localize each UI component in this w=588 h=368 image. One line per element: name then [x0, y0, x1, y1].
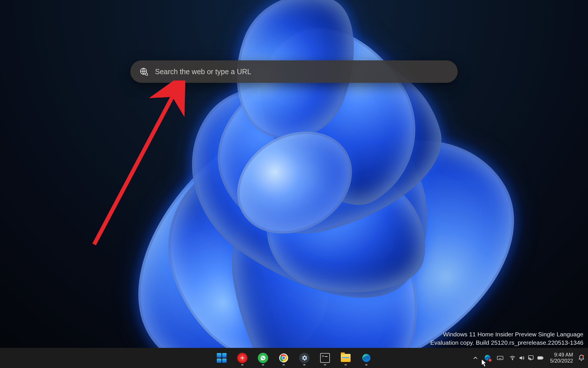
keyboard-icon	[497, 354, 504, 361]
taskbar: 9:49 AM 5/20/2022	[0, 348, 588, 368]
clock-date: 5/20/2022	[550, 358, 573, 364]
search-globe-icon	[140, 67, 148, 76]
network-sound-battery-group[interactable]	[506, 350, 547, 366]
edge-icon	[361, 353, 371, 363]
svg-line-2	[147, 75, 148, 76]
whatsapp-icon	[258, 353, 268, 363]
notifications-button[interactable]	[577, 350, 586, 366]
taskbar-clock[interactable]: 9:49 AM 5/20/2022	[547, 350, 576, 366]
touch-keyboard-button[interactable]	[494, 350, 506, 366]
battery-icon	[537, 355, 544, 361]
huawei-icon	[237, 353, 247, 363]
taskbar-app-settings[interactable]	[296, 350, 313, 366]
desktop-search-input[interactable]	[154, 67, 448, 76]
taskbar-app-terminal[interactable]	[317, 350, 333, 366]
cast-icon	[528, 355, 534, 361]
taskbar-app-chrome[interactable]	[275, 350, 292, 366]
taskbar-app-edge[interactable]	[358, 350, 375, 366]
desktop-wallpaper	[0, 0, 588, 368]
start-button[interactable]	[213, 350, 230, 366]
chrome-icon	[279, 353, 289, 363]
windows-build-watermark: Windows 11 Home Insider Preview Single L…	[430, 330, 583, 347]
windows-logo-icon	[217, 353, 227, 363]
system-tray: 9:49 AM 5/20/2022	[470, 348, 586, 368]
taskbar-app-huawei[interactable]	[234, 350, 251, 366]
svg-rect-9	[497, 356, 503, 360]
taskbar-app-whatsapp[interactable]	[255, 350, 271, 366]
svg-rect-19	[538, 357, 542, 359]
clock-time: 9:49 AM	[550, 352, 573, 358]
taskbar-app-file-explorer[interactable]	[337, 350, 354, 366]
watermark-line-2: Evaluation copy. Build 25120.rs_prerelea…	[430, 339, 583, 347]
watermark-line-1: Windows 11 Home Insider Preview Single L…	[430, 330, 583, 338]
svg-rect-18	[543, 357, 543, 359]
volume-icon	[519, 355, 525, 361]
desktop-search-bar[interactable]	[130, 60, 458, 83]
gear-icon	[299, 353, 310, 363]
svg-point-15	[512, 359, 513, 360]
chevron-up-icon	[472, 354, 479, 361]
folder-icon	[341, 354, 351, 362]
taskbar-center-group	[213, 348, 375, 368]
edge-tray-icon	[484, 354, 492, 362]
tray-overflow-button[interactable]	[470, 350, 481, 366]
svg-point-20	[582, 355, 584, 357]
bell-icon	[578, 354, 585, 361]
terminal-icon	[320, 353, 330, 363]
wifi-icon	[509, 355, 516, 361]
tray-edge-button[interactable]	[482, 350, 494, 366]
